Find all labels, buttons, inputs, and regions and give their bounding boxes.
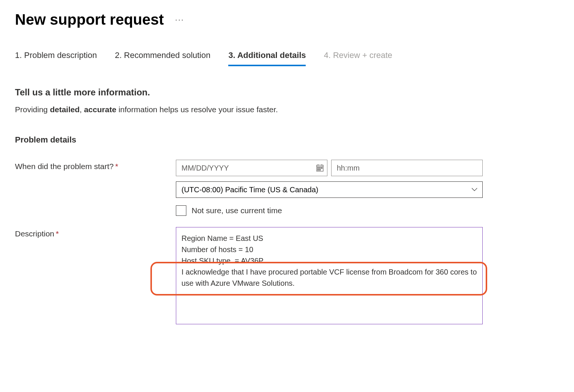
tab-additional-details[interactable]: 3. Additional details <box>228 50 306 66</box>
required-asterisk: * <box>115 162 118 171</box>
tab-review-create: 4. Review + create <box>324 50 392 66</box>
page-header: New support request ··· <box>15 11 559 28</box>
tab-problem-description[interactable]: 1. Problem description <box>15 50 97 66</box>
subtext-bold2: accurate <box>84 105 116 114</box>
timezone-select-wrapper: (UTC-08:00) Pacific Time (US & Canada) <box>176 181 483 198</box>
date-input-wrapper <box>176 160 327 176</box>
not-sure-checkbox-row: Not sure, use current time <box>176 205 483 216</box>
subtext-prefix: Providing <box>15 105 50 114</box>
subtext-suffix: information helps us resolve your issue … <box>116 105 278 114</box>
section-subtext: Providing detailed, accurate information… <box>15 105 559 114</box>
description-textarea[interactable] <box>176 227 483 324</box>
date-input[interactable] <box>176 160 327 176</box>
when-started-label-text: When did the problem start? <box>15 162 114 171</box>
description-row: Description* <box>15 227 559 326</box>
section-heading: Tell us a little more information. <box>15 87 559 98</box>
not-sure-checkbox[interactable] <box>176 205 186 216</box>
when-started-label: When did the problem start?* <box>15 160 176 171</box>
description-label-text: Description <box>15 229 54 238</box>
time-input-wrapper <box>331 160 483 176</box>
description-textarea-wrapper <box>176 227 483 326</box>
when-started-row: When did the problem start?* <box>15 160 559 216</box>
not-sure-label: Not sure, use current time <box>192 206 282 215</box>
time-input[interactable] <box>331 160 483 176</box>
more-options-icon[interactable]: ··· <box>175 15 184 25</box>
description-label: Description* <box>15 227 176 238</box>
subtext-bold1: detailed <box>50 105 79 114</box>
wizard-tabs: 1. Problem description 2. Recommended so… <box>15 50 559 66</box>
required-asterisk: * <box>56 229 59 238</box>
page-title: New support request <box>15 11 164 28</box>
subtext-mid: , <box>80 105 84 114</box>
problem-details-heading: Problem details <box>15 135 559 145</box>
tab-recommended-solution[interactable]: 2. Recommended solution <box>115 50 211 66</box>
timezone-select[interactable]: (UTC-08:00) Pacific Time (US & Canada) <box>176 181 483 198</box>
